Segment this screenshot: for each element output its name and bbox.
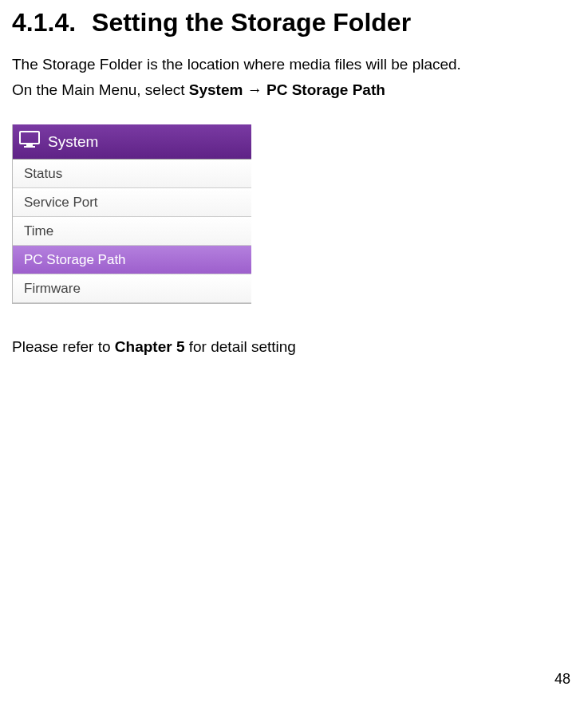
- footer-text: Please refer to Chapter 5 for detail set…: [12, 336, 576, 358]
- menu-header-label: System: [48, 133, 98, 151]
- intro-bold-system: System: [189, 81, 243, 98]
- section-heading: 4.1.4.Setting the Storage Folder: [12, 8, 576, 37]
- svg-rect-0: [20, 132, 39, 144]
- intro-bold-path: PC Storage Path: [266, 81, 385, 98]
- footer-post: for detail setting: [184, 338, 295, 355]
- menu-item-label: PC Storage Path: [24, 252, 126, 268]
- system-menu: System Status Service Port Time PC Stora…: [12, 124, 251, 304]
- menu-item-label: Service Port: [24, 195, 98, 211]
- heading-number: 4.1.4.: [12, 8, 76, 37]
- menu-item-status[interactable]: Status: [13, 160, 251, 188]
- intro-line-2: On the Main Menu, select System → PC Sto…: [12, 79, 576, 101]
- intro-pre: On the Main Menu, select: [12, 81, 189, 98]
- footer-bold: Chapter 5: [115, 338, 185, 355]
- monitor-icon: [19, 131, 48, 152]
- menu-item-label: Status: [24, 166, 62, 182]
- svg-rect-2: [24, 146, 35, 148]
- menu-item-firmware[interactable]: Firmware: [13, 274, 251, 303]
- footer-pre: Please refer to: [12, 338, 115, 355]
- heading-title: Setting the Storage Folder: [92, 8, 411, 37]
- menu-item-time[interactable]: Time: [13, 217, 251, 246]
- page-number: 48: [554, 671, 570, 688]
- intro-line-1: The Storage Folder is the location where…: [12, 53, 576, 76]
- menu-item-label: Time: [24, 223, 53, 239]
- menu-item-pc-storage-path[interactable]: PC Storage Path: [13, 246, 251, 274]
- menu-item-label: Firmware: [24, 281, 81, 297]
- menu-header-system[interactable]: System: [13, 124, 251, 160]
- menu-item-service-port[interactable]: Service Port: [13, 188, 251, 217]
- svg-rect-1: [26, 144, 33, 146]
- intro-arrow: →: [243, 81, 266, 98]
